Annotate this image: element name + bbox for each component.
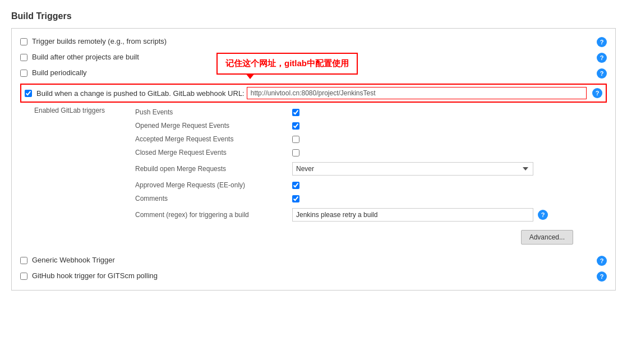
checkbox-accepted-merge[interactable] xyxy=(292,136,299,143)
advanced-button[interactable]: Advanced... xyxy=(521,230,573,245)
trigger-option-closed-merge: Closed Merge Request Events xyxy=(135,146,607,159)
gitlab-triggers-table: Push Events Opened Merge Request Events … xyxy=(135,105,607,245)
checkbox-github-hook[interactable] xyxy=(20,273,27,280)
annotation-bubble: 记住这个网址，gitlab中配置使用 xyxy=(216,53,358,75)
gitlab-triggers-label: Enabled GitLab triggers xyxy=(34,105,135,245)
checkbox-after-other[interactable] xyxy=(20,54,27,61)
trigger-row-generic-webhook: Generic Webhook Trigger ? xyxy=(20,253,607,269)
gitlab-triggers-section: Enabled GitLab triggers Push Events Open… xyxy=(34,105,607,245)
label-push-events: Push Events xyxy=(135,108,292,116)
trigger-option-comments: Comments xyxy=(135,192,607,205)
rebuild-merge-select[interactable]: Never On push On accept xyxy=(292,162,533,176)
gitlab-push-row-wrapper: 记住这个网址，gitlab中配置使用 Build when a change i… xyxy=(20,84,607,103)
trigger-row-remote: Trigger builds remotely (e.g., from scri… xyxy=(20,34,607,50)
checkbox-generic-webhook[interactable] xyxy=(20,257,27,264)
label-rebuild-merge: Rebuild open Merge Requests xyxy=(135,165,292,173)
gitlab-push-row: Build when a change is pushed to GitLab.… xyxy=(20,84,607,103)
checkbox-push-events[interactable] xyxy=(292,109,299,116)
page-container: Build Triggers Trigger builds remotely (… xyxy=(0,0,627,302)
trigger-option-approved-merge: Approved Merge Requests (EE-only) xyxy=(135,178,607,192)
label-closed-merge: Closed Merge Request Events xyxy=(135,149,292,156)
label-opened-merge: Opened Merge Request Events xyxy=(135,122,292,130)
section-title: Build Triggers xyxy=(11,6,616,28)
help-icon-github-hook[interactable]: ? xyxy=(597,271,607,282)
trigger-option-accepted-merge: Accepted Merge Request Events xyxy=(135,132,607,146)
webhook-url: http://univtool.cn:8080/project/JenkinsT… xyxy=(247,87,587,99)
trigger-option-push-events: Push Events xyxy=(135,105,607,119)
build-triggers-box: Trigger builds remotely (e.g., from scri… xyxy=(11,28,616,291)
help-icon-after-other[interactable]: ? xyxy=(597,53,607,63)
trigger-option-opened-merge: Opened Merge Request Events xyxy=(135,119,607,132)
checkbox-comments[interactable] xyxy=(292,195,299,202)
label-generic-webhook: Generic Webhook Trigger xyxy=(32,256,591,264)
advanced-btn-row: Advanced... xyxy=(135,230,607,245)
label-approved-merge: Approved Merge Requests (EE-only) xyxy=(135,181,292,189)
help-icon-periodically[interactable]: ? xyxy=(597,68,607,79)
help-icon-comment-regex[interactable]: ? xyxy=(538,210,548,220)
checkbox-opened-merge[interactable] xyxy=(292,122,299,130)
label-accepted-merge: Accepted Merge Request Events xyxy=(135,135,292,143)
label-comment-regex: Comment (regex) for triggering a build xyxy=(135,211,292,219)
trigger-row-github-hook: GitHub hook trigger for GITScm polling ? xyxy=(20,269,607,284)
checkbox-remote[interactable] xyxy=(20,38,27,45)
checkbox-gitlab-push[interactable] xyxy=(25,90,32,97)
label-comments: Comments xyxy=(135,195,292,202)
help-icon-remote[interactable]: ? xyxy=(597,37,607,47)
webhook-url-container: Build when a change is pushed to GitLab.… xyxy=(36,87,587,99)
divider xyxy=(20,247,607,253)
checkbox-closed-merge[interactable] xyxy=(292,149,299,156)
help-icon-gitlab-push[interactable]: ? xyxy=(592,88,602,98)
help-icon-generic-webhook[interactable]: ? xyxy=(597,256,607,266)
gitlab-push-label: Build when a change is pushed to GitLab.… xyxy=(36,89,245,98)
comment-regex-input[interactable] xyxy=(292,208,533,222)
checkbox-approved-merge[interactable] xyxy=(292,182,299,189)
trigger-option-rebuild-merge: Rebuild open Merge Requests Never On pus… xyxy=(135,159,607,178)
label-remote: Trigger builds remotely (e.g., from scri… xyxy=(32,37,591,45)
comment-regex-row: Comment (regex) for triggering a build ? xyxy=(135,205,607,224)
label-github-hook: GitHub hook trigger for GITScm polling xyxy=(32,271,591,280)
checkbox-periodically[interactable] xyxy=(20,70,27,77)
